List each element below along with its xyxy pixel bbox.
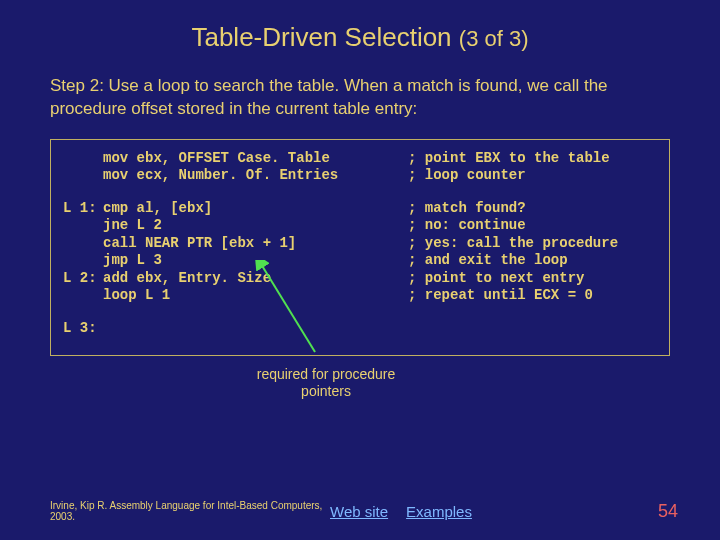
code-label	[63, 287, 103, 305]
link-examples[interactable]: Examples	[406, 503, 472, 520]
code-instr	[103, 320, 408, 338]
code-instr: jmp L 3	[103, 252, 408, 270]
code-label	[63, 150, 103, 168]
code-label: L 1:	[63, 200, 103, 218]
code-line: L 2: add ebx, Entry. Size ; point to nex…	[63, 270, 657, 288]
annotation-line1: required for procedure	[257, 366, 396, 382]
code-line: L 3:	[63, 320, 657, 338]
code-box: mov ebx, OFFSET Case. Table ; point EBX …	[50, 139, 670, 357]
code-line: mov ecx, Number. Of. Entries ; loop coun…	[63, 167, 657, 185]
code-label	[63, 217, 103, 235]
code-comment: ; repeat until ECX = 0	[408, 287, 657, 305]
citation: Irvine, Kip R. Assembly Language for Int…	[0, 500, 330, 522]
code-label: L 2:	[63, 270, 103, 288]
code-label: L 3:	[63, 320, 103, 338]
title-sub-text: (3 of 3)	[459, 26, 529, 51]
code-line: loop L 1 ; repeat until ECX = 0	[63, 287, 657, 305]
code-line: call NEAR PTR [ebx + 1] ; yes: call the …	[63, 235, 657, 253]
code-comment: ; point EBX to the table	[408, 150, 657, 168]
code-instr: mov ebx, OFFSET Case. Table	[103, 150, 408, 168]
code-line: mov ebx, OFFSET Case. Table ; point EBX …	[63, 150, 657, 168]
code-instr: call NEAR PTR [ebx + 1]	[103, 235, 408, 253]
code-instr: jne L 2	[103, 217, 408, 235]
code-instr: mov ecx, Number. Of. Entries	[103, 167, 408, 185]
code-instr: cmp al, [ebx]	[103, 200, 408, 218]
footer-links: Web site Examples	[330, 503, 472, 520]
code-line: jne L 2 ; no: continue	[63, 217, 657, 235]
code-comment: ; match found?	[408, 200, 657, 218]
slide-title: Table-Driven Selection (3 of 3)	[0, 0, 720, 53]
code-instr: add ebx, Entry. Size	[103, 270, 408, 288]
code-label	[63, 167, 103, 185]
code-comment: ; no: continue	[408, 217, 657, 235]
step-text: Step 2: Use a loop to search the table. …	[0, 53, 720, 121]
code-label	[63, 235, 103, 253]
code-line: jmp L 3 ; and exit the loop	[63, 252, 657, 270]
title-main: Table-Driven Selection	[191, 22, 451, 52]
code-comment: ; yes: call the procedure	[408, 235, 657, 253]
code-label	[63, 252, 103, 270]
annotation-text: required for procedure pointers	[246, 366, 406, 400]
code-comment	[408, 320, 657, 338]
code-comment: ; and exit the loop	[408, 252, 657, 270]
footer: Irvine, Kip R. Assembly Language for Int…	[0, 500, 720, 522]
code-comment: ; point to next entry	[408, 270, 657, 288]
code-instr: loop L 1	[103, 287, 408, 305]
annotation-line2: pointers	[301, 383, 351, 399]
code-comment: ; loop counter	[408, 167, 657, 185]
code-line: L 1: cmp al, [ebx] ; match found?	[63, 200, 657, 218]
page-number: 54	[658, 501, 720, 522]
link-website[interactable]: Web site	[330, 503, 388, 520]
